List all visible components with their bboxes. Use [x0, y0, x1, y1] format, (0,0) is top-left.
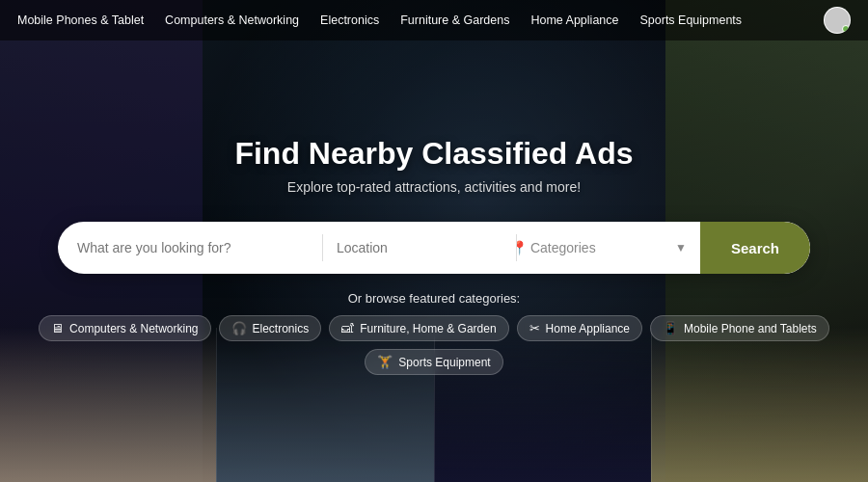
chip-label: Electronics [253, 322, 310, 335]
chip-label: Furniture, Home & Garden [360, 322, 496, 335]
chip-label: Mobile Phone and Tablets [684, 322, 817, 335]
search-categories-wrapper[interactable]: Categories ▼ [517, 222, 700, 274]
search-bar: 📍 Categories ▼ Search [58, 222, 810, 274]
search-button[interactable]: Search [700, 222, 810, 274]
chevron-down-icon: ▼ [675, 241, 687, 254]
nav-link-furniture[interactable]: Furniture & Gardens [400, 13, 509, 27]
chip-label: Computers & Networking [69, 322, 198, 335]
nav-link-electronics[interactable]: Electronics [320, 13, 379, 27]
avatar[interactable] [824, 7, 851, 34]
nav-link-sports[interactable]: Sports Equipments [639, 13, 742, 27]
hero-section: Mobile Phones & TabletComputers & Networ… [0, 0, 868, 482]
chip-label: Home Appliance [546, 322, 630, 335]
online-indicator [842, 25, 850, 33]
hero-subtitle: Explore top-rated attractions, activitie… [287, 179, 581, 195]
chip-icon: ✂ [529, 321, 540, 335]
chip-electronics[interactable]: 🎧 Electronics [219, 315, 322, 341]
search-what-input[interactable] [58, 222, 322, 274]
nav-link-home-appliance[interactable]: Home Appliance [530, 13, 618, 27]
hero-content: Find Nearby Classified Ads Explore top-r… [0, 0, 868, 482]
browse-section: Or browse featured categories: 🖥 Compute… [0, 291, 868, 375]
chip-icon: 🖥 [51, 321, 64, 335]
navbar: Mobile Phones & TabletComputers & Networ… [0, 0, 868, 40]
chip-icon: 🏋 [377, 355, 393, 369]
browse-label: Or browse featured categories: [0, 291, 868, 306]
search-location-input[interactable] [337, 240, 505, 255]
categories-select[interactable]: Categories [530, 240, 675, 255]
chip-icon: 🎧 [231, 321, 247, 335]
category-chips: 🖥 Computers & Networking🎧 Electronics🛋 F… [0, 315, 868, 375]
hero-title: Find Nearby Classified Ads [234, 136, 633, 172]
chip-home-appliance[interactable]: ✂ Home Appliance [517, 315, 642, 341]
chip-furniture,-home-&-garden[interactable]: 🛋 Furniture, Home & Garden [329, 315, 508, 341]
nav-link-computers[interactable]: Computers & Networking [165, 13, 299, 27]
search-location-wrapper: 📍 [323, 222, 516, 274]
chip-icon: 📱 [663, 321, 678, 335]
chip-label: Sports Equipment [398, 356, 490, 369]
nav-links: Mobile Phones & TabletComputers & Networ… [17, 13, 742, 27]
nav-link-mobile-phones[interactable]: Mobile Phones & Tablet [17, 13, 144, 27]
chip-sports-equipment[interactable]: 🏋 Sports Equipment [365, 349, 502, 375]
chip-mobile-phone-and-tablets[interactable]: 📱 Mobile Phone and Tablets [650, 315, 829, 341]
chip-computers-&-networking[interactable]: 🖥 Computers & Networking [39, 315, 210, 341]
chip-icon: 🛋 [341, 321, 354, 335]
